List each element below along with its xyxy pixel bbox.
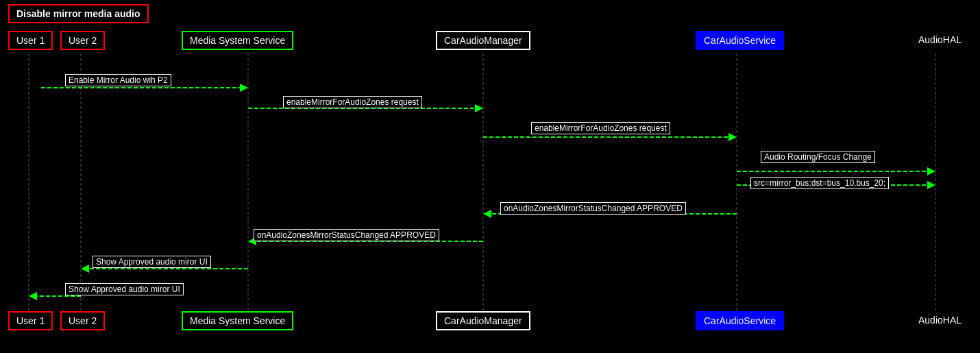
msg-show-approved-2: Show Approved audio miror UI [65,283,184,295]
msg-enable-mirror-zones-2: enableMirrorForAudioZones request [531,122,670,134]
msg-on-audio-zones-2: onAudioZonesMirrorStatusChanged APPROVED [254,229,439,241]
msg-enable-mirror-zones-1: enableMirrorForAudioZones request [283,96,422,108]
msg-enable-mirror-audio: Enable Mirror Audio wih P2 [65,74,171,86]
msg-src-mirror: src=mirror_bus;dst=bus_10,bus_20; [750,177,889,189]
msg-show-approved-1: Show Approved audio miror UI [93,256,211,268]
svg-marker-17 [483,210,491,218]
svg-marker-13 [927,167,935,175]
svg-marker-9 [475,104,483,112]
sequence-diagram: Disable mirror media audio User 1 User 2… [0,0,980,353]
msg-audio-routing: Audio Routing/Focus Change [761,151,875,163]
svg-marker-15 [927,181,935,189]
msg-on-audio-zones-1: onAudioZonesMirrorStatusChanged APPROVED [500,202,686,215]
svg-marker-11 [728,133,737,141]
svg-marker-21 [81,265,89,273]
svg-marker-23 [29,292,37,300]
svg-marker-7 [240,84,248,92]
